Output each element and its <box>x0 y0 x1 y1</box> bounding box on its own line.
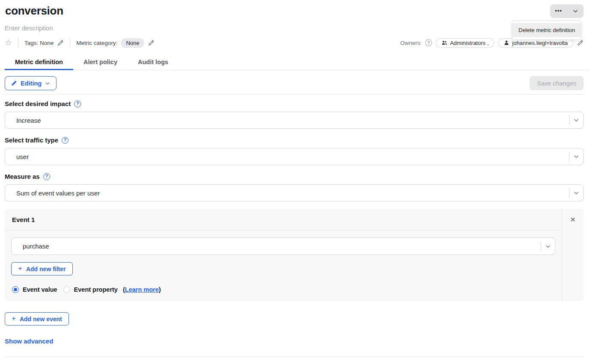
event-name-value: purchase <box>12 243 541 250</box>
save-changes-button[interactable]: Save changes <box>530 76 584 90</box>
ellipsis-icon: ••• <box>555 8 562 15</box>
measure-field-label: Measure as ? <box>5 173 584 180</box>
learn-more-close-paren: ) <box>159 286 161 293</box>
metric-definition-page: conversion ••• Delete metric definition … <box>0 0 590 364</box>
traffic-field-label: Select traffic type ? <box>5 136 584 144</box>
add-new-filter-button[interactable]: + Add new filter <box>11 262 73 275</box>
vertical-divider <box>18 38 18 48</box>
show-advanced-link[interactable]: Show advanced <box>5 337 53 345</box>
tab-bar: Metric definition Alert policy Audit log… <box>0 59 590 70</box>
owners-label: Owners: <box>400 40 422 46</box>
toolbar: Editing Save changes <box>5 76 584 90</box>
page-header: conversion ••• <box>5 4 584 18</box>
meta-row: ☆ Tags: None Metric category: None Owner… <box>5 37 584 48</box>
metric-category-label: Metric category: <box>76 40 117 46</box>
traffic-label-text: Select traffic type <box>5 136 58 144</box>
radio-selected-icon <box>12 286 19 293</box>
event-title: Event 1 <box>12 216 35 223</box>
radio-unselected-icon <box>63 286 70 293</box>
radio-event-property[interactable]: Event property <box>63 286 118 293</box>
header-expand-button[interactable] <box>567 4 584 18</box>
measurement-radio-group: Event value Event property (Learn more) <box>11 286 555 293</box>
event-card-side: × <box>562 209 584 301</box>
header-actions-group: ••• <box>550 4 584 18</box>
context-menu: Delete metric definition <box>512 21 581 40</box>
event-card-header: Event 1 <box>5 209 562 231</box>
impact-help-icon[interactable]: ? <box>74 101 81 107</box>
traffic-select-value: user <box>5 153 569 160</box>
tab-audit-logs[interactable]: Audit logs <box>128 59 179 70</box>
pencil-icon <box>11 80 17 86</box>
person-icon <box>504 40 510 46</box>
owner-user-name: johannes.liegl+travolta <box>512 40 568 46</box>
plus-icon: + <box>12 315 16 322</box>
impact-label-text: Select desired impact <box>5 100 71 107</box>
edit-owners-pencil-icon[interactable] <box>577 40 584 46</box>
add-filter-label: Add new filter <box>26 266 66 272</box>
owner-badge-group: Administrators , <box>436 38 494 48</box>
chevron-down-icon <box>573 190 579 196</box>
traffic-help-icon[interactable]: ? <box>62 137 69 144</box>
editing-mode-button[interactable]: Editing <box>5 76 57 90</box>
page-title: conversion <box>5 4 63 18</box>
plus-icon: + <box>18 265 22 272</box>
impact-select-value: Increase <box>5 117 569 124</box>
chevron-down-icon <box>45 81 50 86</box>
learn-more-link[interactable]: Learn more <box>125 286 159 293</box>
menu-item-delete-metric[interactable]: Delete metric definition <box>513 23 581 37</box>
radio-event-value[interactable]: Event value <box>12 286 57 293</box>
description-input[interactable]: Enter description <box>5 24 584 32</box>
measure-select-value: Sum of event values per user <box>5 189 569 197</box>
event-card: Event 1 purchase + Add new filter Event … <box>5 209 584 301</box>
chevron-down-icon <box>545 243 551 249</box>
measure-select[interactable]: Sum of event values per user <box>5 184 584 201</box>
more-options-button[interactable]: ••• <box>550 4 567 18</box>
vertical-divider <box>70 38 70 48</box>
tags-label: Tags: None <box>24 40 54 46</box>
traffic-select[interactable]: user <box>5 148 584 165</box>
add-event-label: Add new event <box>20 316 62 323</box>
measure-help-icon[interactable]: ? <box>43 173 50 180</box>
group-icon <box>441 40 447 46</box>
impact-field-label: Select desired impact ? <box>5 100 584 107</box>
radio-event-value-label: Event value <box>23 286 57 293</box>
owners-help-icon[interactable]: ? <box>425 39 432 46</box>
impact-select[interactable]: Increase <box>5 112 584 129</box>
tab-alert-policy[interactable]: Alert policy <box>73 59 128 70</box>
bottom-divider <box>5 356 584 357</box>
horizontal-divider <box>5 94 584 95</box>
edit-tags-pencil-icon[interactable] <box>57 40 64 46</box>
tab-metric-definition[interactable]: Metric definition <box>5 59 73 70</box>
event-name-select[interactable]: purchase <box>11 237 555 255</box>
editing-label: Editing <box>21 80 42 87</box>
measure-label-text: Measure as <box>5 173 40 180</box>
chevron-down-icon <box>573 154 579 160</box>
remove-event-button[interactable]: × <box>570 214 575 224</box>
add-new-event-button[interactable]: + Add new event <box>5 312 69 326</box>
metric-category-badge: None <box>121 38 144 48</box>
radio-event-property-label: Event property <box>74 286 118 293</box>
owner-group-name: Administrators , <box>450 40 489 46</box>
edit-category-pencil-icon[interactable] <box>148 40 155 46</box>
star-icon[interactable]: ☆ <box>5 38 12 47</box>
chevron-down-icon <box>572 8 578 14</box>
chevron-down-icon <box>573 117 579 123</box>
